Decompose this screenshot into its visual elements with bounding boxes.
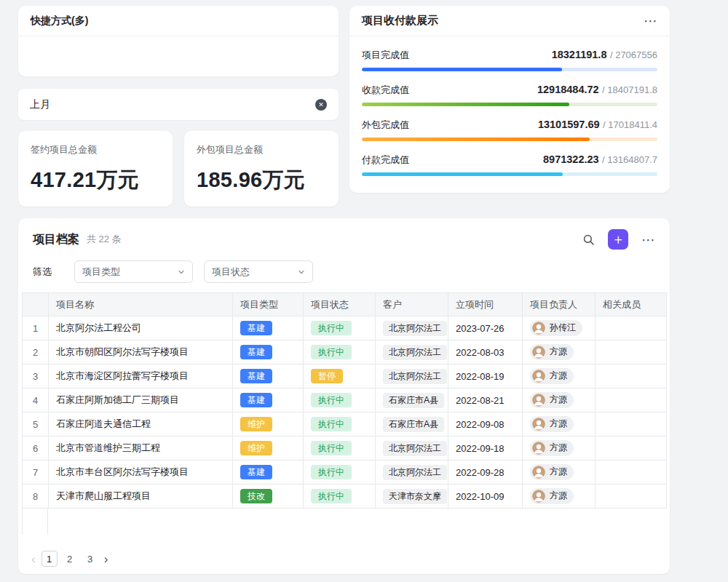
- avatar: [532, 466, 545, 479]
- progress-fill: [362, 68, 562, 71]
- members-cell: [596, 340, 667, 364]
- month-filter[interactable]: 上月 ✕: [18, 89, 339, 120]
- projects-card-header: 项目档案 共 22 条 ＋ ⋯: [18, 218, 670, 256]
- owner-cell: 方源: [523, 388, 596, 412]
- metric-total: / 27067556: [610, 49, 657, 60]
- owner-cell: 方源: [523, 436, 596, 461]
- table-row[interactable]: 5 石家庄阿道夫通信工程 维护 执行中 石家庄市A县 2022-09-08 方源: [23, 412, 667, 436]
- progress-fill: [362, 103, 569, 106]
- owner-pill: 方源: [530, 464, 574, 480]
- project-type-cell: 维护: [233, 436, 304, 461]
- table-row[interactable]: 1 北京阿尔法工程公司 基建 执行中 北京阿尔法工 2023-07-26 孙传江: [23, 316, 667, 340]
- new-row-strip[interactable]: [22, 509, 48, 535]
- start-date-cell: 2022-08-03: [448, 340, 523, 364]
- customer-tag: 石家庄市A县: [383, 393, 444, 408]
- owner-pill: 孙传江: [530, 320, 582, 336]
- progress-bar: [362, 68, 657, 71]
- month-filter-label: 上月: [30, 98, 50, 111]
- customer-tag: 北京阿尔法工: [383, 321, 447, 336]
- pagination: ‹ 123 ›: [30, 551, 109, 567]
- page-button[interactable]: 1: [41, 551, 58, 567]
- project-status-cell: 执行中: [304, 436, 376, 461]
- next-page-icon[interactable]: ›: [103, 553, 110, 565]
- start-date-cell: 2023-07-26: [448, 316, 523, 340]
- search-icon[interactable]: [582, 234, 595, 246]
- table-row[interactable]: 4 石家庄阿斯加德工厂三期项目 基建 执行中 石家庄市A县 2022-08-21…: [23, 388, 667, 412]
- owner-cell: 方源: [523, 340, 596, 364]
- status-tag: 执行中: [311, 393, 352, 407]
- type-tag: 基建: [240, 369, 272, 383]
- owner-cell: 方源: [523, 461, 596, 485]
- project-name-cell: 北京市海淀区阿拉蕾写字楼项目: [49, 364, 233, 388]
- owner-name: 方源: [550, 394, 567, 406]
- project-name-cell: 天津市爬山服工程项目: [49, 485, 233, 509]
- filter-dropdown-project-type[interactable]: 项目类型: [74, 260, 193, 283]
- customer-tag: 石家庄市A县: [383, 417, 444, 432]
- customer-cell: 北京阿尔法工: [376, 340, 448, 364]
- column-header[interactable]: 客户: [376, 293, 448, 316]
- page-button[interactable]: 2: [62, 551, 78, 567]
- status-tag: 执行中: [311, 321, 352, 335]
- start-date-cell: 2022-09-28: [448, 461, 523, 485]
- metric-total: / 13164807.7: [602, 154, 657, 165]
- project-name-cell: 北京阿尔法工程公司: [49, 316, 233, 340]
- project-status-cell: 执行中: [304, 316, 376, 340]
- table-row[interactable]: 3 北京市海淀区阿拉蕾写字楼项目 基建 暂停 北京阿尔法工 2022-08-19…: [23, 364, 667, 388]
- customer-tag: 北京阿尔法工: [383, 465, 447, 480]
- avatar: [532, 418, 545, 431]
- metric-label: 收款完成值: [362, 84, 409, 97]
- table-row[interactable]: 2 北京市朝阳区阿尔法写字楼项目 基建 执行中 北京阿尔法工 2022-08-0…: [23, 340, 667, 364]
- record-count: 共 22 条: [87, 233, 122, 246]
- table-row[interactable]: 6 北京市管道维护三期工程 维护 执行中 北京阿尔法工 2022-09-18 方…: [23, 436, 667, 461]
- owner-pill: 方源: [530, 488, 574, 504]
- members-cell: [596, 316, 667, 340]
- row-number: 3: [23, 364, 49, 388]
- owner-cell: 孙传江: [523, 316, 596, 340]
- shortcuts-card: 快捷方式(多): [18, 6, 339, 76]
- more-icon[interactable]: ⋯: [644, 14, 657, 28]
- project-name-cell: 北京市管道维护三期工程: [49, 436, 233, 461]
- customer-tag: 北京阿尔法工: [383, 369, 447, 384]
- filter-label: 筛选: [33, 266, 52, 279]
- shortcuts-card-header: 快捷方式(多): [18, 6, 339, 36]
- owner-pill: 方源: [530, 416, 574, 432]
- owner-name: 方源: [550, 346, 567, 358]
- stat-label: 签约项目总金额: [31, 143, 160, 156]
- filter-dropdown-project-status[interactable]: 项目状态: [204, 260, 313, 283]
- avatar: [532, 370, 545, 383]
- clear-icon[interactable]: ✕: [315, 99, 327, 111]
- start-date-cell: 2022-08-21: [448, 388, 523, 412]
- column-header[interactable]: 相关成员: [596, 293, 667, 316]
- projects-title: 项目档案: [33, 232, 79, 247]
- progress-bar: [362, 137, 657, 141]
- metric-row: 付款完成值 8971322.23 / 13164807.7: [362, 153, 657, 176]
- projects-card: 项目档案 共 22 条 ＋ ⋯ 筛选 项目类型: [18, 218, 670, 574]
- metric-label: 付款完成值: [362, 154, 409, 167]
- owner-cell: 方源: [523, 364, 596, 388]
- column-header[interactable]: 项目类型: [233, 293, 304, 316]
- avatar: [532, 346, 545, 359]
- members-cell: [596, 364, 667, 388]
- prev-page-icon[interactable]: ‹: [30, 553, 37, 565]
- project-type-cell: 基建: [233, 340, 304, 364]
- page-button[interactable]: 3: [82, 551, 98, 567]
- column-header[interactable]: 立项时间: [448, 293, 523, 316]
- avatar: [532, 322, 545, 335]
- metric-value: 8971322.23: [543, 154, 599, 165]
- more-icon[interactable]: ⋯: [641, 233, 655, 247]
- dashboard: 快捷方式(多) 上月 ✕ 签约项目总金额 417.21万元 外包项目总金额 18…: [0, 0, 728, 582]
- owner-pill: 方源: [530, 440, 574, 456]
- table-row[interactable]: 8 天津市爬山服工程项目 技改 执行中 天津市奈文摩 2022-10-09 方源: [23, 485, 667, 509]
- project-status-cell: 执行中: [304, 340, 376, 364]
- column-header[interactable]: 项目状态: [304, 293, 376, 316]
- project-type-cell: 技改: [233, 485, 304, 509]
- customer-tag: 天津市奈文摩: [383, 489, 447, 504]
- type-tag: 技改: [240, 489, 272, 503]
- add-record-button[interactable]: ＋: [608, 229, 628, 250]
- stat-card-contracted: 签约项目总金额 417.21万元: [18, 131, 173, 207]
- column-header[interactable]: 项目负责人: [523, 293, 596, 316]
- chevron-down-icon: [298, 268, 305, 276]
- table-row[interactable]: 7 北京市丰台区阿尔法写字楼项目 基建 执行中 北京阿尔法工 2022-09-2…: [23, 461, 667, 485]
- progress-fill: [362, 137, 590, 141]
- column-header[interactable]: 项目名称: [49, 293, 233, 316]
